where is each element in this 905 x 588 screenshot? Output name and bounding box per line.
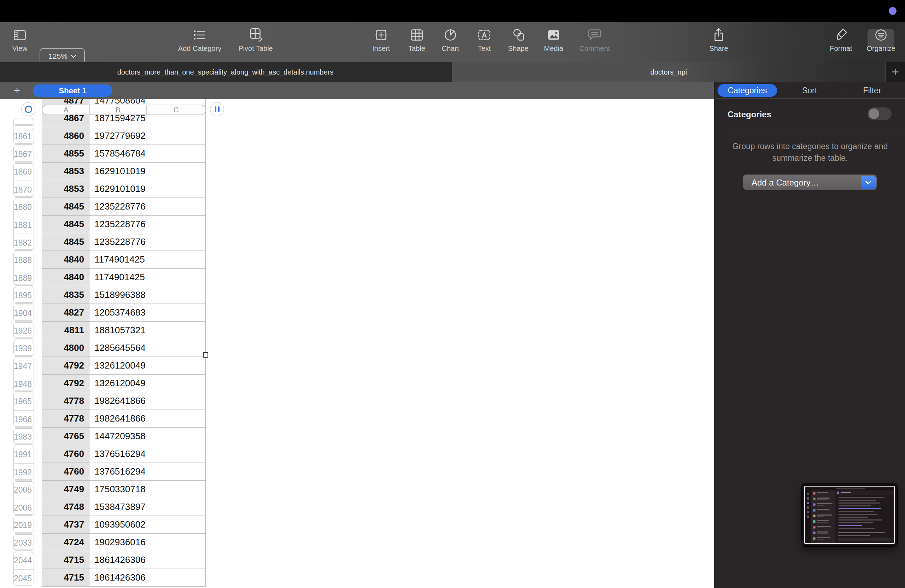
row-number[interactable]: 1867 xyxy=(14,146,33,162)
cell-b[interactable]: 1861426306 xyxy=(89,569,146,586)
row-number[interactable]: 2044 xyxy=(14,552,33,569)
tab-sort[interactable]: Sort xyxy=(781,84,838,97)
cell-a[interactable]: 4845 xyxy=(42,198,89,216)
organize-button[interactable]: Organize xyxy=(853,26,905,53)
column-header-A[interactable]: A xyxy=(43,105,90,114)
cell-c[interactable] xyxy=(146,357,206,374)
cell-a[interactable]: 4845 xyxy=(42,216,89,233)
cell-c[interactable] xyxy=(146,286,206,304)
cell-a[interactable]: 4792 xyxy=(42,357,89,374)
cell-a[interactable]: 4715 xyxy=(42,551,89,569)
dropdown-chevron-button[interactable] xyxy=(861,176,876,189)
cell-b[interactable]: 1518996388 xyxy=(89,286,146,304)
row-number[interactable]: 1992 xyxy=(14,463,33,480)
cell-c[interactable] xyxy=(146,233,206,251)
cell-a[interactable]: 4840 xyxy=(42,251,89,269)
row-number[interactable]: 1965 xyxy=(14,393,33,410)
cell-a[interactable]: 4778 xyxy=(42,410,89,428)
cell-b[interactable]: 1982641866 xyxy=(89,410,146,428)
cell-b[interactable]: 1861426306 xyxy=(89,551,146,569)
cell-a[interactable]: 4760 xyxy=(42,463,89,480)
cell-c[interactable] xyxy=(146,339,206,357)
cell-c[interactable] xyxy=(146,445,206,463)
sheet-tab-sheet1[interactable]: Sheet 1 xyxy=(33,84,113,97)
row-number[interactable]: 1926 xyxy=(14,322,33,338)
cell-b[interactable]: 1881057321 xyxy=(89,322,146,339)
cell-a[interactable]: 4845 xyxy=(42,233,89,251)
cell-c[interactable] xyxy=(146,534,206,551)
cell-b[interactable]: 1285645564 xyxy=(89,339,146,357)
cell-a[interactable]: 4811 xyxy=(42,322,89,339)
row-number[interactable]: 1947 xyxy=(14,358,33,375)
tab-filter[interactable]: Filter xyxy=(844,84,900,97)
cell-b[interactable]: 1205374683 xyxy=(89,304,146,322)
cell-a[interactable]: 4765 xyxy=(42,428,89,445)
share-button[interactable]: Share xyxy=(691,26,747,53)
column-header-C[interactable]: C xyxy=(147,105,205,114)
row-number[interactable]: 1870 xyxy=(14,181,33,197)
column-drag-handle[interactable] xyxy=(210,102,224,116)
table-resize-handle[interactable] xyxy=(203,352,208,358)
cell-a[interactable]: 4860 xyxy=(42,127,89,145)
cell-b[interactable]: 1902936016 xyxy=(89,534,146,551)
row-number[interactable]: 1895 xyxy=(14,287,33,303)
cell-a[interactable]: 4748 xyxy=(42,498,89,516)
cell-c[interactable] xyxy=(146,304,206,322)
column-header-bar[interactable]: ABC xyxy=(42,105,206,115)
cell-c[interactable] xyxy=(146,322,206,339)
cell-b[interactable]: 1578546784 xyxy=(89,145,146,163)
row-number[interactable]: 1948 xyxy=(14,375,33,391)
row-number[interactable]: 1904 xyxy=(14,304,33,320)
pivot-table-button[interactable]: Pivot Table xyxy=(227,26,284,53)
spreadsheet-canvas[interactable]: 48771477508604 4867187159427548601972779… xyxy=(0,99,714,588)
cell-a[interactable]: 4855 xyxy=(42,145,89,163)
cell-c[interactable] xyxy=(146,269,206,286)
row-number[interactable]: 2006 xyxy=(14,499,33,515)
add-sheet-button[interactable]: + xyxy=(10,83,24,98)
row-number[interactable]: 1869 xyxy=(14,163,33,181)
tab-doctors-more-than-one-speciality[interactable]: doctors_more_than_one_speciality_along_w… xyxy=(0,62,451,82)
cell-c[interactable] xyxy=(146,392,206,410)
cell-c[interactable] xyxy=(146,374,206,392)
cell-b[interactable]: 1174901425 xyxy=(89,269,146,286)
row-number[interactable]: 1888 xyxy=(14,252,33,269)
cell-b[interactable]: 1093950602 xyxy=(89,516,146,534)
row-number[interactable]: 1983 xyxy=(14,428,33,444)
cell-a[interactable]: 4853 xyxy=(42,180,89,198)
cell-b[interactable]: 1538473897 xyxy=(89,498,146,516)
new-tab-button[interactable]: + xyxy=(885,62,905,82)
window-preview-thumbnail[interactable] xyxy=(802,483,897,546)
cell-b[interactable]: 1447209358 xyxy=(89,428,146,445)
cell-b[interactable]: 1326120049 xyxy=(89,357,146,374)
cell-b[interactable]: 1376516294 xyxy=(89,463,146,480)
cell-a[interactable]: 4827 xyxy=(42,304,89,322)
add-category-dropdown[interactable]: Add a Category… xyxy=(743,174,877,190)
cell-c[interactable] xyxy=(146,428,206,445)
tab-doctors-npi[interactable]: doctors_npi xyxy=(452,62,885,82)
cell-c[interactable] xyxy=(146,410,206,428)
cell-c[interactable] xyxy=(146,127,206,145)
cell-c[interactable] xyxy=(146,163,206,180)
row-number[interactable]: 1881 xyxy=(14,216,33,234)
cell-b[interactable]: 1376516294 xyxy=(89,445,146,463)
cell-b[interactable]: 1235228776 xyxy=(89,233,146,251)
cell-c[interactable] xyxy=(146,569,206,586)
categories-toggle[interactable] xyxy=(867,108,892,120)
row-number[interactable]: 1882 xyxy=(14,234,33,250)
cell-b[interactable]: 1629101019 xyxy=(89,180,146,198)
row-number[interactable]: 2033 xyxy=(14,534,33,550)
add-category-button[interactable]: Add Category xyxy=(171,26,228,53)
cell-a[interactable]: 4840 xyxy=(42,269,89,286)
row-number[interactable]: 1991 xyxy=(14,446,33,463)
row-number[interactable]: 1889 xyxy=(14,269,33,285)
cell-a[interactable]: 4724 xyxy=(42,534,89,551)
cell-c[interactable] xyxy=(146,480,206,498)
row-number[interactable]: 2019 xyxy=(14,517,33,533)
cell-a[interactable]: 4800 xyxy=(42,339,89,357)
cell-c[interactable] xyxy=(146,180,206,198)
cell-a[interactable]: 4792 xyxy=(42,374,89,392)
cell-b[interactable]: 1174901425 xyxy=(89,251,146,269)
table-select-handle[interactable] xyxy=(21,102,35,116)
row-number[interactable]: 1939 xyxy=(14,340,33,356)
row-number[interactable]: 1880 xyxy=(14,198,33,216)
